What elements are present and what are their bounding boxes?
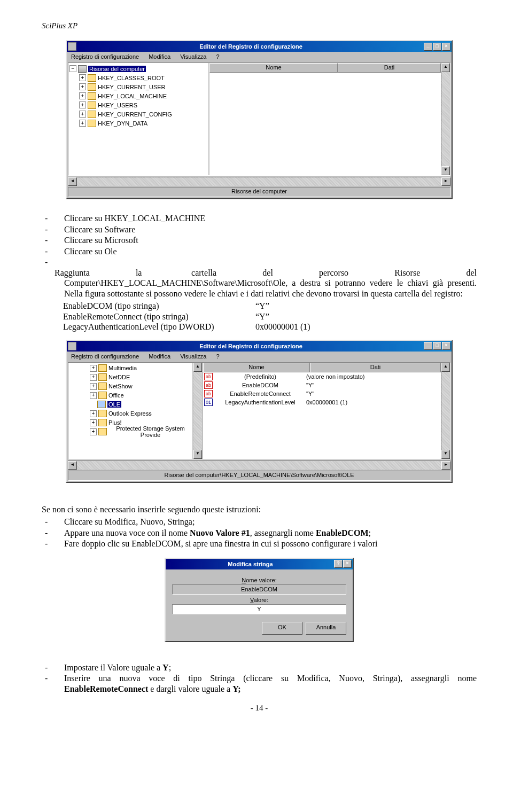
folder-icon — [88, 74, 96, 82]
expand-icon[interactable]: + — [90, 374, 97, 381]
ok-button[interactable]: OK — [262, 622, 302, 635]
menubar: Registro di configurazione Modifica Visu… — [67, 52, 452, 61]
expand-icon[interactable]: + — [90, 365, 97, 372]
menu-modify[interactable]: Modifica — [146, 353, 173, 360]
menu-help[interactable]: ? — [214, 353, 221, 360]
scroll-down-icon[interactable]: ▼ — [441, 166, 450, 175]
tree-item[interactable]: NetShow — [108, 383, 133, 389]
scroll-up-icon[interactable]: ▲ — [441, 63, 450, 72]
scroll-right-icon[interactable]: ► — [441, 461, 450, 470]
close-button[interactable]: × — [343, 560, 352, 568]
tree-item[interactable]: NetDDE — [108, 374, 130, 380]
titlebar[interactable]: Editor del Registro di configurazione _ … — [67, 41, 452, 52]
folder-icon — [88, 120, 96, 127]
list-pane: Nome Dati — [209, 63, 441, 175]
regedit-window-1: Editor del Registro di configurazione _ … — [66, 40, 453, 199]
scroll-down-icon[interactable]: ▼ — [441, 450, 450, 459]
list-item: Cliccare su Modifica, Nuovo, Stringa; — [55, 517, 477, 527]
list-row[interactable]: 01LegacyAuthenticationLevel0x00000001 (1… — [203, 398, 441, 407]
folder-icon — [98, 419, 107, 426]
expand-icon[interactable]: + — [79, 83, 86, 90]
folder-icon — [98, 410, 107, 417]
dialog-title: Modifica stringa — [167, 561, 334, 567]
scroll-left-icon[interactable]: ◄ — [68, 177, 77, 186]
folder-icon — [88, 83, 96, 91]
scroll-up-icon[interactable]: ▲ — [193, 363, 202, 372]
minimize-button[interactable]: _ — [424, 342, 432, 350]
help-button[interactable]: ? — [334, 560, 343, 568]
list-row[interactable]: abEnableRemoteConnect"Y" — [203, 389, 441, 398]
list-item: Inserire una nuova voce di tipo Stringa … — [55, 673, 477, 694]
tree-item[interactable]: Outlook Express — [108, 410, 152, 417]
tree-item[interactable]: HKEY_CURRENT_CONFIG — [98, 111, 172, 118]
close-button[interactable]: × — [442, 43, 450, 51]
menubar: Registro di configurazione Modifica Visu… — [67, 352, 452, 361]
menu-view[interactable]: Visualizza — [178, 53, 208, 60]
expand-icon[interactable]: + — [90, 383, 97, 390]
expand-icon[interactable]: + — [79, 74, 86, 81]
minimize-button[interactable]: _ — [424, 43, 432, 51]
value-data-label: Valore: — [172, 597, 346, 603]
tree-root[interactable]: Risorse del computer — [88, 66, 146, 72]
status-bar: Risorse del computer — [68, 187, 450, 197]
paragraph-2: Se non ci sono è necessario inserirle se… — [42, 504, 477, 549]
expand-icon[interactable]: + — [90, 428, 97, 435]
expand-icon[interactable]: + — [90, 419, 97, 426]
expand-icon[interactable]: + — [79, 120, 86, 127]
horizontal-scrollbar[interactable]: ◄ ► — [68, 177, 450, 186]
col-data[interactable]: Dati — [310, 363, 441, 372]
string-value-icon: ab — [204, 373, 213, 380]
col-name[interactable]: Nome — [203, 363, 310, 372]
col-data[interactable]: Dati — [338, 63, 441, 73]
close-button[interactable]: × — [442, 342, 450, 350]
list-item: Fare doppio clic su EnableDCOM, si apre … — [55, 538, 477, 549]
tree-pane[interactable]: +Multimedia +NetDDE +NetShow +Office OLE… — [68, 363, 193, 459]
expand-icon[interactable]: + — [90, 392, 97, 399]
expand-icon[interactable]: + — [79, 92, 86, 99]
scroll-down-icon[interactable]: ▼ — [193, 450, 202, 459]
folder-icon — [98, 364, 107, 372]
folder-icon — [98, 428, 107, 435]
tree-item[interactable]: Office — [108, 392, 124, 399]
expand-icon[interactable]: + — [79, 102, 86, 108]
regedit-icon — [68, 42, 76, 51]
value-data-input[interactable]: Y — [172, 604, 346, 614]
menu-view[interactable]: Visualizza — [178, 353, 208, 360]
tree-pane[interactable]: −Risorse del computer +HKEY_CLASSES_ROOT… — [68, 63, 209, 175]
tree-item[interactable]: Multimedia — [108, 365, 137, 371]
tree-item[interactable]: HKEY_CLASSES_ROOT — [98, 75, 165, 81]
tree-item[interactable]: HKEY_LOCAL_MACHINE — [98, 93, 167, 99]
window-title: Editor del Registro di configurazione — [78, 343, 424, 349]
menu-modify[interactable]: Modifica — [146, 53, 173, 60]
scroll-up-icon[interactable]: ▲ — [441, 363, 450, 372]
scroll-left-icon[interactable]: ◄ — [68, 461, 77, 470]
cancel-button[interactable]: Annulla — [306, 622, 346, 635]
list-row[interactable]: ab(Predefinito)(valore non impostato) — [203, 372, 441, 381]
regedit-icon — [68, 342, 76, 350]
scroll-right-icon[interactable]: ► — [441, 177, 450, 186]
col-name[interactable]: Nome — [209, 63, 338, 73]
menu-registry[interactable]: Registro di configurazione — [69, 53, 141, 60]
folder-icon — [88, 102, 96, 109]
maximize-button[interactable]: □ — [433, 43, 441, 51]
expand-icon[interactable]: + — [79, 111, 86, 118]
tree-item-selected[interactable]: OLE — [107, 401, 121, 408]
collapse-icon[interactable]: − — [69, 65, 76, 72]
menu-help[interactable]: ? — [214, 53, 221, 60]
tree-item[interactable]: HKEY_USERS — [98, 102, 137, 108]
tree-scrollbar[interactable]: ▲ ▼ — [193, 363, 203, 459]
titlebar[interactable]: Modifica stringa ? × — [166, 559, 353, 569]
menu-registry[interactable]: Registro di configurazione — [69, 353, 141, 360]
expand-icon[interactable]: + — [90, 410, 97, 417]
maximize-button[interactable]: □ — [433, 342, 441, 350]
list-row[interactable]: abEnableDCOM"Y" — [203, 381, 441, 389]
tree-item[interactable]: HKEY_DYN_DATA — [98, 120, 147, 127]
paragraph-3: Impostare il Valore uguale a Y; Inserire… — [42, 662, 477, 694]
tree-item[interactable]: Protected Storage System Provide — [108, 425, 192, 438]
list-item: Cliccare su Microsoft — [55, 235, 477, 246]
vertical-scrollbar[interactable]: ▲ ▼ — [441, 363, 450, 459]
titlebar[interactable]: Editor del Registro di configurazione _ … — [67, 341, 452, 352]
horizontal-scrollbar[interactable]: ◄ ► — [68, 460, 450, 470]
vertical-scrollbar[interactable]: ▲ ▼ — [441, 63, 450, 175]
tree-item[interactable]: HKEY_CURRENT_USER — [98, 84, 166, 90]
